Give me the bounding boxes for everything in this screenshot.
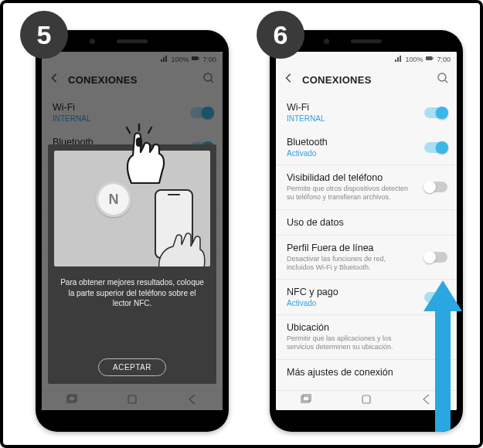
visibility-toggle[interactable] <box>424 182 447 192</box>
tap-gesture-icon <box>111 123 173 185</box>
location-desc: Permitir que las aplicaciones y los serv… <box>287 334 410 352</box>
row-bluetooth[interactable]: Bluetooth Activado <box>276 130 457 165</box>
settings-header: CONEXIONES <box>276 67 457 95</box>
wifi-label: Wi-Fi <box>53 102 212 113</box>
battery-icon <box>192 55 199 64</box>
wifi-toggle[interactable] <box>190 107 213 118</box>
svg-rect-5 <box>128 395 136 403</box>
back-icon[interactable] <box>284 73 294 87</box>
back-icon[interactable] <box>49 73 60 87</box>
step-badge-5: 5 <box>20 11 68 59</box>
visibility-label: Visibilidad del teléfono <box>287 172 446 183</box>
search-icon[interactable] <box>202 72 215 87</box>
battery-level: 100% <box>405 56 423 63</box>
home-icon[interactable] <box>360 393 372 409</box>
search-icon[interactable] <box>437 72 449 87</box>
svg-rect-12 <box>362 395 370 403</box>
bluetooth-sub: Activado <box>287 149 446 158</box>
airplane-toggle[interactable] <box>424 252 447 263</box>
android-navbar <box>42 390 223 410</box>
wifi-label: Wi-Fi <box>287 102 446 113</box>
wifi-sub: INTERNAL <box>287 114 446 123</box>
clock: 7:00 <box>202 56 216 63</box>
svg-point-9 <box>438 73 446 81</box>
svg-rect-0 <box>192 56 198 60</box>
nfc-icon: N <box>96 182 131 217</box>
airplane-desc: Desactivar las funciones de red, incluid… <box>287 255 410 273</box>
wifi-sub: INTERNAL <box>53 114 212 123</box>
svg-rect-1 <box>199 57 199 59</box>
row-airplane[interactable]: Perfil Fuera de línea Desactivar las fun… <box>276 236 457 280</box>
screen-step-5: 100% 7:00 CONEXIONES Wi-Fi INTERNAL <box>42 52 223 410</box>
battery-icon <box>426 55 434 64</box>
modal-message: Para obtener mejores resultados, coloque… <box>59 277 206 309</box>
clock: 7:00 <box>437 56 451 63</box>
status-bar: 100% 7:00 <box>276 52 457 67</box>
svg-rect-6 <box>137 138 141 146</box>
battery-level: 100% <box>171 56 189 63</box>
row-wifi[interactable]: Wi-Fi INTERNAL <box>276 95 457 130</box>
bluetooth-label: Bluetooth <box>287 137 446 148</box>
data-label: Uso de datos <box>287 217 446 228</box>
page-title: CONEXIONES <box>68 74 195 86</box>
row-data-usage[interactable]: Uso de datos <box>276 210 457 236</box>
signal-icon <box>160 55 168 64</box>
svg-rect-8 <box>433 57 434 59</box>
settings-header: CONEXIONES <box>42 67 223 95</box>
row-visibility[interactable]: Visibilidad del teléfono Permite que otr… <box>276 165 457 210</box>
phone-step-6: 100% 7:00 CONEXIONES Wi-Fi INTERNAL <box>270 30 463 432</box>
recents-icon[interactable] <box>66 393 78 409</box>
highlight-arrow-icon <box>420 280 463 432</box>
illustration-hand-icon <box>153 229 207 266</box>
wifi-toggle[interactable] <box>424 107 447 118</box>
svg-point-2 <box>204 73 212 81</box>
svg-rect-7 <box>426 56 432 60</box>
back-nav-icon[interactable] <box>186 393 199 409</box>
tutorial-canvas: 5 6 100% 7:00 CONEXIONES <box>0 0 483 448</box>
status-bar: 100% 7:00 <box>42 52 223 67</box>
page-title: CONEXIONES <box>302 74 429 86</box>
accept-button[interactable]: ACEPTAR <box>98 358 166 376</box>
home-icon[interactable] <box>126 393 138 409</box>
signal-icon <box>394 55 402 64</box>
airplane-label: Perfil Fuera de línea <box>287 243 446 253</box>
recents-icon[interactable] <box>300 393 312 409</box>
bluetooth-toggle[interactable] <box>424 142 447 153</box>
visibility-desc: Permite que otros dispositivos detecten … <box>287 185 410 202</box>
step-badge-6: 6 <box>257 11 304 59</box>
phone-step-5: 100% 7:00 CONEXIONES Wi-Fi INTERNAL <box>36 30 229 432</box>
